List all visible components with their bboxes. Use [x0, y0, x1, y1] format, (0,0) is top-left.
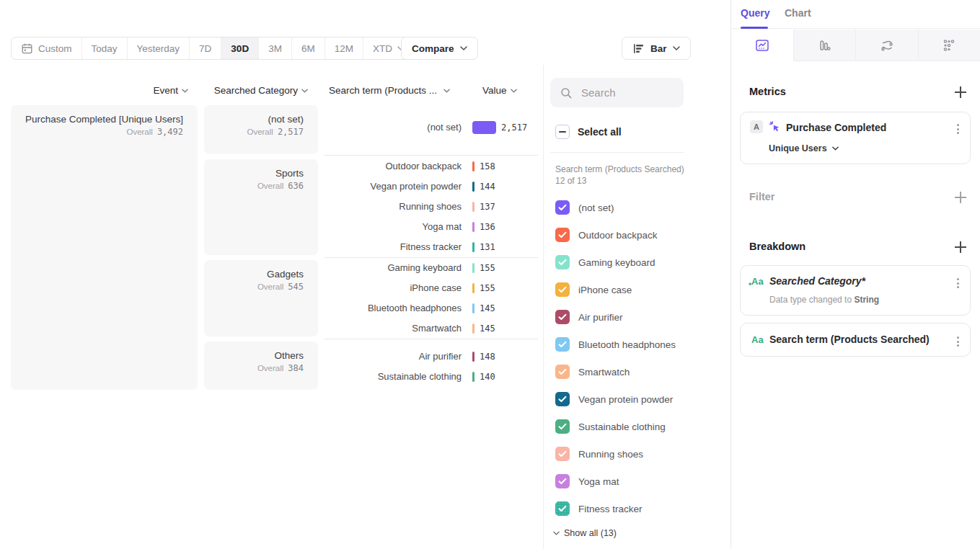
- search-term-label: Sustainable clothing: [325, 367, 462, 387]
- date-range-6m[interactable]: 6M: [292, 37, 325, 59]
- event-overall-value: 3,492: [157, 127, 183, 137]
- series-checkbox[interactable]: [555, 365, 570, 379]
- category-name: Sports: [275, 167, 304, 180]
- series-checkbox[interactable]: [555, 228, 570, 242]
- date-range-12m[interactable]: 12M: [325, 37, 363, 59]
- overall-label: Overall: [257, 282, 283, 291]
- group-separator: [325, 339, 538, 339]
- column-header-value[interactable]: Value: [482, 84, 517, 97]
- date-range-today[interactable]: Today: [82, 37, 128, 59]
- date-range-3m[interactable]: 3M: [259, 37, 292, 59]
- value-text: 158: [480, 156, 495, 177]
- retention-dots-icon: [941, 37, 957, 53]
- tab-insights[interactable]: [731, 30, 794, 61]
- category-cell: SportsOverall636: [204, 159, 318, 255]
- compare-button[interactable]: Compare: [401, 37, 478, 60]
- query-panel: Query Chart Metrics A Purchase Completed: [730, 0, 980, 549]
- series-checkbox[interactable]: [555, 337, 570, 352]
- select-all-row[interactable]: Select all: [555, 125, 622, 139]
- event-name: Purchase Completed [Unique Users]: [25, 113, 183, 126]
- chart-type-button[interactable]: Bar: [622, 37, 691, 60]
- overall-label: Overall: [126, 128, 152, 136]
- legend-item[interactable]: Outdoor backpack: [555, 228, 658, 242]
- analysis-type-tabs: [731, 30, 980, 61]
- column-header-event-label: Event: [153, 85, 178, 96]
- chevron-down-icon: [460, 46, 467, 50]
- breakdown-card-search-term[interactable]: Aa Search term (Products Searched): [740, 323, 971, 357]
- check-icon: [558, 505, 567, 512]
- indeterminate-dash-icon: [559, 131, 566, 133]
- column-header-searched-category[interactable]: Searched Category: [204, 84, 318, 97]
- tab-retention[interactable]: [919, 30, 980, 61]
- value-bar: [472, 161, 474, 171]
- show-all-button[interactable]: Show all (13): [553, 528, 617, 538]
- tab-flows[interactable]: [856, 30, 919, 61]
- category-cell: GadgetsOverall545: [204, 260, 318, 336]
- breakdown-menu-button[interactable]: [955, 276, 961, 290]
- date-range-custom[interactable]: Custom: [12, 37, 82, 59]
- series-checkbox[interactable]: [555, 419, 570, 434]
- series-checkbox[interactable]: [555, 474, 570, 488]
- legend-item[interactable]: Sustainable clothing: [555, 419, 666, 434]
- breakdown-name: Searched Category*: [769, 275, 865, 287]
- breakdown-card-searched-category[interactable]: Aa* Searched Category* Data type changed…: [740, 265, 971, 316]
- category-name: (not set): [268, 113, 304, 126]
- legend-item[interactable]: Bluetooth headphones: [555, 337, 676, 352]
- column-header-event[interactable]: Event: [11, 84, 198, 97]
- table-row: Gaming keyboard155: [325, 258, 538, 278]
- legend-item[interactable]: Smartwatch: [555, 365, 630, 379]
- tab-funnels[interactable]: [794, 30, 857, 61]
- legend-item-label: Gaming keyboard: [578, 257, 655, 268]
- legend-item[interactable]: Running shoes: [555, 447, 643, 461]
- legend-item[interactable]: Air purifier: [555, 310, 623, 324]
- date-range-yesterday[interactable]: Yesterday: [128, 37, 190, 59]
- select-all-checkbox[interactable]: [555, 125, 570, 139]
- date-range-group: CustomTodayYesterday7D30D3M6M12MXTD: [11, 37, 415, 60]
- table-row: Smartwatch145: [325, 318, 538, 339]
- tab-chart[interactable]: Chart: [785, 7, 811, 19]
- value-text: 155: [480, 258, 495, 278]
- series-checkbox[interactable]: [555, 501, 570, 516]
- series-checkbox[interactable]: [555, 282, 570, 297]
- column-header-search-term[interactable]: Search term (Products ...: [329, 84, 450, 97]
- legend-item-label: Fitness tracker: [578, 504, 643, 514]
- filter-header: Filter: [749, 191, 774, 202]
- metric-card[interactable]: A Purchase Completed Unique Users: [740, 112, 971, 164]
- legend-item[interactable]: iPhone case: [555, 282, 632, 297]
- chevron-down-icon: [511, 89, 517, 93]
- measurement-dropdown[interactable]: Unique Users: [769, 143, 839, 153]
- series-checkbox[interactable]: [555, 447, 570, 461]
- series-checkbox[interactable]: [555, 255, 570, 269]
- check-icon: [558, 341, 567, 348]
- add-breakdown-button[interactable]: [955, 241, 966, 253]
- select-all-label: Select all: [578, 126, 622, 138]
- compare-label: Compare: [412, 43, 454, 54]
- date-range-7d[interactable]: 7D: [190, 37, 221, 59]
- value-text: 148: [480, 347, 495, 367]
- value-bar: [472, 283, 474, 293]
- category-overall-value: 2,517: [278, 127, 304, 137]
- breakdown-menu-button[interactable]: [955, 334, 961, 349]
- show-all-label: Show all (13): [564, 528, 617, 538]
- add-filter-button[interactable]: [955, 192, 966, 203]
- table-row: Yoga mat136: [325, 217, 538, 237]
- search-term-label: Smartwatch: [325, 318, 462, 339]
- value-text: 136: [480, 217, 495, 237]
- table-row: Bluetooth headphones145: [325, 298, 538, 318]
- metric-menu-button[interactable]: [955, 122, 961, 136]
- legend-item[interactable]: Yoga mat: [555, 474, 619, 488]
- search-icon: [560, 86, 573, 99]
- legend-item[interactable]: Vegan protein powder: [555, 392, 673, 406]
- series-checkbox[interactable]: [555, 392, 570, 406]
- date-range-30d[interactable]: 30D: [221, 37, 259, 59]
- check-icon: [558, 396, 567, 403]
- legend-item[interactable]: (not set): [555, 200, 614, 215]
- legend-item[interactable]: Gaming keyboard: [555, 255, 655, 269]
- legend-item[interactable]: Fitness tracker: [555, 501, 643, 516]
- table-row: Outdoor backpack158: [325, 156, 538, 177]
- add-metric-button[interactable]: [955, 86, 966, 98]
- series-checkbox[interactable]: [555, 310, 570, 324]
- series-checkbox[interactable]: [555, 200, 570, 215]
- search-input[interactable]: [580, 86, 676, 99]
- tab-query[interactable]: Query: [741, 7, 769, 19]
